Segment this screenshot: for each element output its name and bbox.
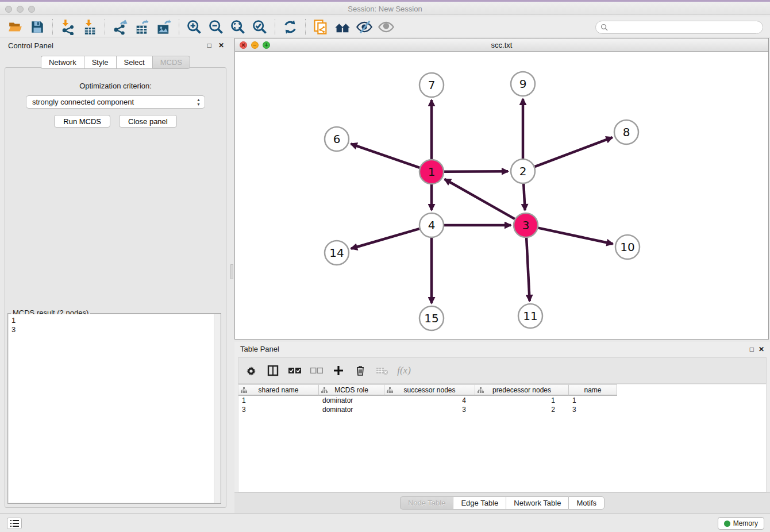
column-header-name[interactable]: name [569,384,617,396]
edge-2-3[interactable] [523,184,525,210]
toolbar-separator [52,19,53,35]
panel-splitter-handle[interactable] [230,264,233,279]
close-panel-icon[interactable]: ✕ [218,41,224,49]
function-builder-icon[interactable]: f(x) [397,364,411,377]
open-file-icon[interactable] [6,18,25,36]
column-header-predecessor-nodes[interactable]: predecessor nodes [475,384,569,396]
criterion-select[interactable]: strongly connected component ▲▼ [26,95,205,109]
toolbar-separator [305,19,306,35]
column-label: predecessor nodes [492,386,551,394]
search-field[interactable] [611,24,763,32]
table-panel-title: Table Panel [240,345,279,353]
table-cell[interactable]: dominator [319,405,384,414]
import-network-icon[interactable] [58,18,78,36]
table-options-icon[interactable] [244,364,258,377]
close-panel-button[interactable]: Close panel [119,115,177,128]
edge-4-14[interactable] [351,229,419,249]
delete-column-icon[interactable] [353,364,367,377]
toolbar-separator [105,19,105,35]
export-network-icon[interactable] [110,18,130,36]
graph-node-15[interactable]: 15 [419,306,444,330]
edge-1-6[interactable] [351,144,420,167]
mcds-result-box: MCDS result (2 nodes) 13 [7,313,221,504]
float-table-panel-icon[interactable]: □ [750,345,754,353]
save-session-icon[interactable] [28,18,47,36]
unselect-all-columns-icon[interactable] [310,364,324,377]
column-header-shared-name[interactable]: shared name [238,384,319,396]
graph-node-11[interactable]: 11 [518,304,542,328]
memory-button[interactable]: Memory [718,517,764,530]
split-panel-icon[interactable] [266,364,280,377]
import-table-icon[interactable] [80,18,99,36]
task-history-button[interactable] [7,518,22,529]
tab-mcds[interactable]: MCDS [152,56,190,69]
apply-layout-icon[interactable] [280,18,300,36]
select-stepper-icon: ▲▼ [197,98,201,107]
table-cell[interactable]: 3 [569,405,617,414]
table-cell[interactable]: 2 [475,405,569,414]
network-window-title: scc.txt [235,41,768,49]
table-cell[interactable]: 1 [569,396,617,405]
float-panel-icon[interactable]: □ [207,41,211,49]
column-type-icon [387,387,393,394]
mcds-result-list[interactable]: 13 [9,314,220,503]
tab-select[interactable]: Select [116,56,152,69]
node-table[interactable]: shared nameMCDS rolesuccessor nodesprede… [238,384,767,492]
close-table-panel-icon[interactable]: ✕ [759,345,764,353]
table-cell[interactable]: 4 [384,396,475,405]
column-type-icon [478,387,484,394]
graph-node-6[interactable]: 6 [325,127,349,151]
first-neighbors-icon[interactable] [333,18,352,36]
zoom-selected-icon[interactable] [250,18,270,36]
tab-network[interactable]: Network [41,56,84,69]
select-all-columns-icon[interactable] [288,364,302,377]
delete-table-icon[interactable] [375,364,389,377]
table-cell[interactable]: dominator [319,396,384,405]
zoom-in-icon[interactable] [184,18,204,36]
result-scrollbar[interactable] [214,314,220,503]
column-header-MCDS-role[interactable]: MCDS role [319,384,384,396]
graph-node-1[interactable]: 1 [419,160,444,184]
control-panel-tabs: NetworkStyleSelectMCDS [0,56,231,69]
graph-node-4[interactable]: 4 [419,213,444,237]
table-cell[interactable]: 3 [384,405,475,414]
network-canvas[interactable]: 7968124314101511 [235,52,768,339]
tab-network-table[interactable]: Network Table [506,496,568,510]
table-row[interactable]: 3dominator323 [238,405,766,414]
table-cell[interactable]: 1 [475,396,569,405]
show-details-icon[interactable] [376,18,396,36]
network-window-titlebar[interactable]: ✕ − + scc.txt [235,38,768,52]
tab-edge-table[interactable]: Edge Table [453,496,506,510]
column-header-successor-nodes[interactable]: successor nodes [384,384,475,396]
graph-node-10[interactable]: 10 [615,235,640,259]
edge-1-2[interactable] [444,171,508,172]
zoom-out-icon[interactable] [206,18,226,36]
export-image-icon[interactable] [154,18,174,36]
graph-node-8[interactable]: 8 [614,120,638,144]
tab-motifs[interactable]: Motifs [568,496,605,510]
run-mcds-button[interactable]: Run MCDS [54,115,110,128]
table-cell[interactable]: 3 [238,405,319,414]
table-row[interactable]: 1dominator411 [238,396,766,405]
export-table-icon[interactable] [132,18,152,36]
network-graph[interactable]: 7968124314101511 [235,52,768,339]
duplicate-network-icon[interactable] [311,18,330,36]
graph-node-3[interactable]: 3 [514,213,538,237]
graph-node-9[interactable]: 9 [511,72,535,96]
table-cell[interactable]: 1 [238,396,319,405]
toolbar-separator [275,19,275,35]
zoom-fit-icon[interactable] [228,18,248,36]
create-column-icon[interactable] [332,364,345,377]
tab-style[interactable]: Style [84,56,116,69]
graph-node-2[interactable]: 2 [511,159,535,183]
tab-node-table[interactable]: Node Table [400,496,453,510]
graph-node-7[interactable]: 7 [419,73,444,97]
edge-3-10[interactable] [538,228,613,244]
svg-text:3: 3 [522,218,530,232]
edge-3-11[interactable] [526,238,530,301]
hide-details-icon[interactable] [355,18,374,36]
edge-3-1[interactable] [445,179,515,219]
edge-2-8[interactable] [535,137,613,167]
graph-node-14[interactable]: 14 [325,241,349,265]
search-input[interactable] [595,21,763,34]
